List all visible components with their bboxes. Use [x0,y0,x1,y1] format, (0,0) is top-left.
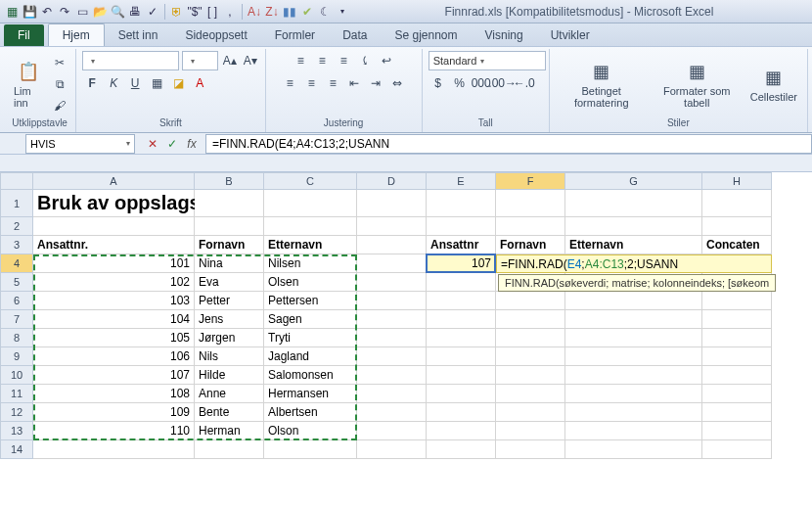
cell-F13[interactable] [496,422,565,440]
cell-D13[interactable] [357,422,427,440]
cell-F12[interactable] [496,403,565,422]
cell-E14[interactable] [427,440,496,459]
cell-A3[interactable]: Ansattnr. [33,236,195,254]
row-header-13[interactable]: 13 [0,422,33,440]
row-header-6[interactable]: 6 [0,292,33,310]
cell-H13[interactable] [702,422,772,440]
cell-D11[interactable] [357,385,427,403]
cell-E10[interactable] [427,366,496,385]
cell-D5[interactable] [357,273,427,292]
name-box[interactable]: HVIS ▾ [25,134,135,154]
cell-A11[interactable]: 108 [33,385,195,403]
percent-format-icon[interactable]: % [450,73,470,93]
cell-D9[interactable] [357,347,427,366]
cell-B1[interactable] [195,190,264,217]
cell-E4[interactable]: 107 [427,254,496,273]
cell-C1[interactable] [264,190,357,217]
cell-C9[interactable]: Jagland [264,347,357,366]
font-size-combo[interactable]: ▾ [182,51,218,70]
tab-review[interactable]: Se gjennom [381,24,471,46]
worksheet-grid[interactable]: ABCDEFGH 1234567891011121314 Bruk av opp… [0,172,812,508]
orientation-icon[interactable]: ⤹ [355,51,375,70]
cell-G2[interactable] [565,217,702,236]
cell-F10[interactable] [496,366,565,385]
column-header-D[interactable]: D [357,172,427,190]
cell-A9[interactable]: 106 [33,347,195,366]
cell-D1[interactable] [357,190,427,217]
copy-icon[interactable]: ⧉ [50,74,69,94]
align-left-icon[interactable]: ≡ [280,73,299,93]
cell-G9[interactable] [565,347,702,366]
cell-H12[interactable] [702,403,772,422]
accounting-format-icon[interactable]: $ [429,73,448,93]
cell-D12[interactable] [357,403,427,422]
cell-B5[interactable]: Eva [195,273,264,292]
wrap-text-icon[interactable]: ↩ [377,51,396,70]
cell-A6[interactable]: 103 [33,292,195,310]
cell-C4[interactable]: Nilsen [264,254,357,273]
cell-A12[interactable]: 109 [33,403,195,422]
cell-F8[interactable] [496,329,565,347]
currency-icon[interactable]: "$" [187,4,203,20]
cell-E3[interactable]: Ansattnr [427,236,496,254]
cell-D8[interactable] [357,329,427,347]
format-painter-icon[interactable]: 🖌 [50,96,69,115]
cancel-formula-icon[interactable]: ✕ [143,134,162,154]
cell-E2[interactable] [427,217,496,236]
cell-G6[interactable] [565,292,702,310]
cell-H2[interactable] [702,217,772,236]
cell-editor[interactable]: =FINN.RAD(E4;A4:C13;2;USANN [496,254,772,273]
cell-D7[interactable] [357,310,427,329]
cell-F11[interactable] [496,385,565,403]
cell-B2[interactable] [195,217,264,236]
tab-file[interactable]: Fil [4,24,44,46]
row-header-5[interactable]: 5 [0,273,33,292]
align-right-icon[interactable]: ≡ [323,73,342,93]
cell-G3[interactable]: Etternavn [565,236,702,254]
cell-E11[interactable] [427,385,496,403]
cell-E8[interactable] [427,329,496,347]
cell-C7[interactable]: Sagen [264,310,357,329]
cell-B13[interactable]: Herman [195,422,264,440]
row-header-1[interactable]: 1 [0,190,33,217]
cut-icon[interactable]: ✂ [50,53,69,72]
cell-G8[interactable] [565,329,702,347]
check-icon[interactable]: ✔ [299,4,315,20]
cell-styles-button[interactable]: ▦ Cellestiler [746,64,801,105]
cell-C3[interactable]: Etternavn [264,236,357,254]
cell-B12[interactable]: Bente [195,403,264,422]
decrease-decimal-icon[interactable]: ←.0 [515,73,534,93]
row-header-11[interactable]: 11 [0,385,33,403]
cell-F9[interactable] [496,347,565,366]
cell-F6[interactable] [496,292,565,310]
cell-B10[interactable]: Hilde [195,366,264,385]
column-header-B[interactable]: B [195,172,264,190]
cell-B6[interactable]: Petter [195,292,264,310]
row-header-14[interactable]: 14 [0,440,33,459]
save-icon[interactable]: 💾 [22,4,37,20]
select-all-corner[interactable] [0,172,33,190]
cell-E9[interactable] [427,347,496,366]
sort-asc-icon[interactable]: A↓ [247,4,262,20]
cell-E1[interactable] [427,190,496,217]
row-header-10[interactable]: 10 [0,366,33,385]
increase-decimal-icon[interactable]: .00→ [493,73,513,93]
cell-B8[interactable]: Jørgen [195,329,264,347]
cell-A8[interactable]: 105 [33,329,195,347]
decrease-indent-icon[interactable]: ⇤ [344,73,364,93]
cell-B14[interactable] [195,440,264,459]
cell-H14[interactable] [702,440,772,459]
cell-B3[interactable]: Fornavn [195,236,264,254]
cell-F7[interactable] [496,310,565,329]
italic-button[interactable]: K [104,73,123,93]
cell-F1[interactable] [496,190,565,217]
tab-home[interactable]: Hjem [48,23,105,46]
cell-A14[interactable] [33,440,195,459]
cell-H9[interactable] [702,347,772,366]
align-top-icon[interactable]: ≡ [291,51,310,70]
cell-E7[interactable] [427,310,496,329]
conditional-formatting-button[interactable]: ▦ Betinget formatering [556,58,648,111]
cell-C12[interactable]: Albertsen [264,403,357,422]
cell-G11[interactable] [565,385,702,403]
cell-E13[interactable] [427,422,496,440]
